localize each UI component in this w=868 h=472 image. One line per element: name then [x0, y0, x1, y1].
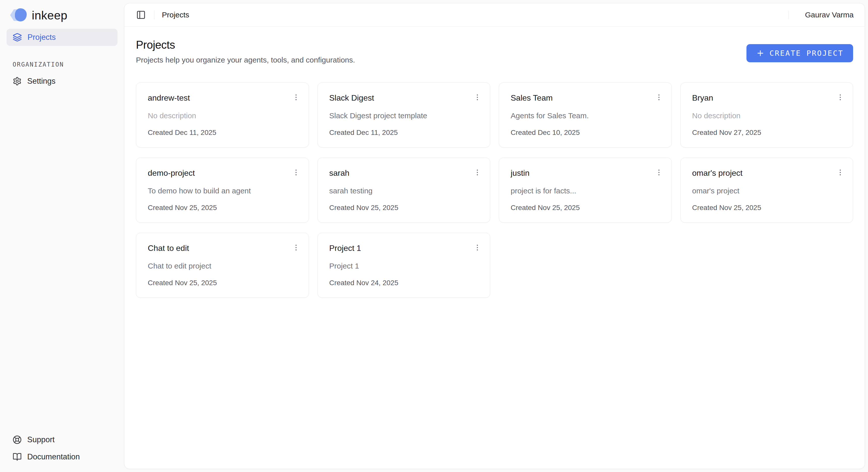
project-menu-button[interactable]: [291, 167, 301, 178]
layers-icon: [12, 33, 22, 42]
project-menu-button[interactable]: [835, 92, 845, 103]
page-subtitle: Projects help you organize your agents, …: [136, 56, 355, 64]
project-menu-button[interactable]: [291, 242, 301, 253]
topbar: Projects Gaurav Varma: [124, 3, 865, 27]
page-content: Projects Projects help you organize your…: [124, 27, 865, 469]
breadcrumb: Projects: [162, 10, 189, 19]
topbar-right: Gaurav Varma: [781, 10, 854, 19]
sidebar-item-support[interactable]: Support: [0, 431, 124, 448]
sidebar-item-projects[interactable]: Projects: [6, 29, 118, 46]
topbar-right-divider: [788, 10, 789, 19]
project-menu-button[interactable]: [835, 167, 845, 178]
project-card[interactable]: Bryan No description Created Nov 27, 202…: [680, 83, 854, 148]
project-created: Created Nov 25, 2025: [329, 204, 478, 212]
sidebar: inkeep Projects ORGANIZATION Settings: [0, 0, 124, 472]
life-buoy-icon: [12, 435, 22, 444]
sidebar-item-label: Projects: [28, 33, 56, 42]
project-description: Agents for Sales Team.: [511, 112, 660, 120]
project-name: demo-project: [148, 168, 195, 178]
sidebar-item-label: Settings: [27, 77, 56, 86]
inkeep-logo-icon: [10, 8, 27, 22]
project-menu-button[interactable]: [472, 167, 483, 178]
kebab-icon: [655, 93, 663, 101]
project-card[interactable]: Project 1 Project 1 Created Nov 24, 2025: [317, 233, 491, 298]
sidebar-item-documentation[interactable]: Documentation: [0, 448, 124, 466]
brand-logo[interactable]: inkeep: [0, 0, 124, 29]
project-card[interactable]: sarah sarah testing Created Nov 25, 2025: [317, 158, 491, 223]
project-card[interactable]: Chat to edit Chat to edit project Create…: [136, 233, 309, 298]
sidebar-item-settings[interactable]: Settings: [0, 73, 124, 90]
project-name: Chat to edit: [148, 244, 189, 253]
project-created: Created Nov 25, 2025: [692, 204, 841, 212]
project-card[interactable]: andrew-test No description Created Dec 1…: [136, 83, 309, 148]
panel-left-icon: [136, 10, 146, 20]
project-created: Created Dec 11, 2025: [148, 129, 297, 137]
project-description: Project 1: [329, 262, 478, 270]
project-menu-button[interactable]: [291, 92, 301, 103]
project-created: Created Nov 27, 2025: [692, 129, 841, 137]
sidebar-section-organization: ORGANIZATION: [0, 61, 124, 68]
project-created: Created Dec 10, 2025: [511, 129, 660, 137]
project-card[interactable]: Slack Digest Slack Digest project templa…: [317, 83, 491, 148]
project-created: Created Dec 11, 2025: [329, 129, 478, 137]
kebab-icon: [292, 244, 300, 252]
create-project-button[interactable]: CREATE PROJECT: [746, 44, 853, 62]
project-name: andrew-test: [148, 93, 190, 103]
project-name: omar's project: [692, 168, 743, 178]
project-description: Chat to edit project: [148, 262, 297, 270]
project-menu-button[interactable]: [654, 92, 664, 103]
page-header: Projects Projects help you organize your…: [136, 39, 853, 64]
sidebar-toggle-button[interactable]: [135, 9, 147, 21]
user-menu[interactable]: Gaurav Varma: [805, 10, 854, 19]
project-card[interactable]: justin project is for facts... Created N…: [499, 158, 672, 223]
project-description: omar's project: [692, 187, 841, 195]
projects-grid: andrew-test No description Created Dec 1…: [136, 83, 853, 298]
brand-wordmark: inkeep: [32, 8, 68, 22]
project-description: project is for facts...: [511, 187, 660, 195]
create-project-button-label: CREATE PROJECT: [770, 49, 843, 58]
kebab-icon: [473, 93, 482, 101]
main-panel: Projects Gaurav Varma Projects Projects …: [124, 3, 865, 469]
project-name: sarah: [329, 168, 349, 178]
project-created: Created Nov 25, 2025: [148, 204, 297, 212]
kebab-icon: [655, 168, 663, 177]
project-card[interactable]: Sales Team Agents for Sales Team. Create…: [499, 83, 672, 148]
kebab-icon: [836, 168, 844, 177]
sidebar-nav: Projects: [0, 29, 124, 46]
sidebar-item-label: Documentation: [27, 452, 80, 462]
page-title: Projects: [136, 39, 355, 51]
kebab-icon: [473, 168, 482, 177]
project-created: Created Nov 25, 2025: [511, 204, 660, 212]
plus-icon: [756, 49, 765, 58]
sidebar-item-label: Support: [27, 435, 55, 444]
topbar-divider: [154, 10, 154, 19]
sidebar-footer: Support Documentation: [0, 431, 124, 472]
page-header-text: Projects Projects help you organize your…: [136, 39, 355, 64]
project-name: justin: [511, 168, 530, 178]
project-name: Bryan: [692, 93, 713, 103]
gear-icon: [12, 77, 22, 86]
project-card[interactable]: demo-project To demo how to build an age…: [136, 158, 309, 223]
project-name: Project 1: [329, 244, 361, 253]
kebab-icon: [836, 93, 844, 101]
kebab-icon: [473, 244, 482, 252]
project-name: Sales Team: [511, 93, 553, 103]
kebab-icon: [292, 168, 300, 177]
project-description: To demo how to build an agent: [148, 187, 297, 195]
project-created: Created Nov 25, 2025: [148, 279, 297, 287]
kebab-icon: [292, 93, 300, 101]
book-open-icon: [12, 452, 22, 462]
project-name: Slack Digest: [329, 93, 374, 103]
project-menu-button[interactable]: [472, 92, 483, 103]
project-menu-button[interactable]: [472, 242, 483, 253]
project-description: sarah testing: [329, 187, 478, 195]
project-description: Slack Digest project template: [329, 112, 478, 120]
project-description: No description: [148, 112, 297, 120]
project-menu-button[interactable]: [654, 167, 664, 178]
project-card[interactable]: omar's project omar's project Created No…: [680, 158, 854, 223]
project-created: Created Nov 24, 2025: [329, 279, 478, 287]
project-description: No description: [692, 112, 841, 120]
